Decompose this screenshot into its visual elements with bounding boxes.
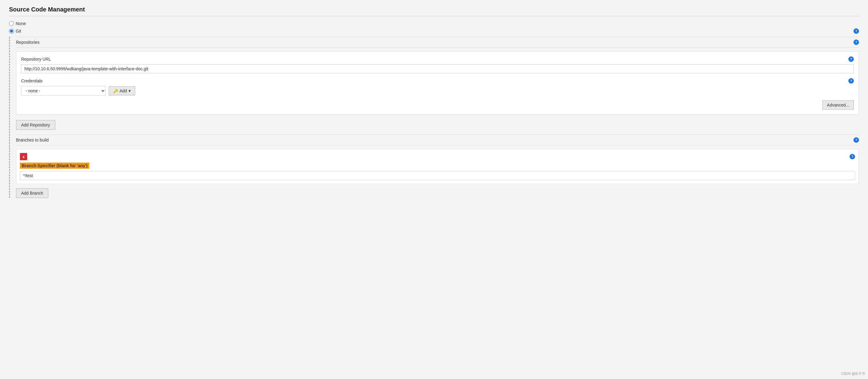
none-label: None bbox=[16, 21, 26, 26]
key-icon: 🔑 bbox=[113, 89, 118, 93]
credentials-label: Credentials bbox=[21, 78, 42, 83]
add-repository-button[interactable]: Add Repository bbox=[16, 120, 55, 130]
repository-url-input[interactable] bbox=[21, 64, 854, 73]
branch-specifier-label: Branch Specifier (blank for 'any') bbox=[20, 163, 89, 169]
branches-help-icon[interactable]: ? bbox=[854, 137, 859, 143]
git-help-icon[interactable]: ? bbox=[854, 28, 859, 34]
repositories-label: Repositories bbox=[16, 40, 39, 45]
repository-url-help-icon[interactable]: ? bbox=[848, 56, 854, 62]
credentials-label-row: Credentials ? bbox=[21, 78, 854, 84]
repositories-help-icon[interactable]: ? bbox=[854, 39, 859, 45]
none-radio-label[interactable]: None bbox=[9, 21, 859, 26]
branch-item-help-icon[interactable]: ? bbox=[849, 154, 855, 159]
branch-delete-button[interactable]: x bbox=[20, 153, 27, 160]
branch-specifier-input[interactable] bbox=[20, 171, 855, 180]
credentials-help-icon[interactable]: ? bbox=[848, 78, 854, 84]
branches-header: Branches to build ? bbox=[16, 137, 859, 146]
branch-label-row: Branch Specifier (blank for 'any') bbox=[20, 163, 855, 169]
repositories-section-header: Repositories ? bbox=[16, 37, 859, 48]
git-radio-label[interactable]: Git ? bbox=[9, 28, 859, 34]
advanced-row: Advanced... bbox=[21, 100, 854, 109]
page-title: Source Code Management bbox=[9, 6, 859, 16]
repository-url-group: Repository URL ? bbox=[21, 56, 854, 73]
credentials-select[interactable]: - none - bbox=[21, 86, 105, 96]
credentials-add-button[interactable]: 🔑 Add ▾ bbox=[108, 86, 135, 95]
git-radio[interactable] bbox=[9, 29, 14, 33]
branches-label: Branches to build bbox=[16, 137, 49, 143]
branches-section: Branches to build ? x ? Branch Specifier… bbox=[16, 134, 859, 198]
repository-url-label-row: Repository URL ? bbox=[21, 56, 854, 62]
add-branch-button[interactable]: Add Branch bbox=[16, 188, 48, 198]
branch-item: x ? Branch Specifier (blank for 'any') bbox=[16, 149, 859, 184]
credentials-chevron-icon: ▾ bbox=[129, 88, 131, 93]
advanced-button[interactable]: Advanced... bbox=[823, 100, 854, 109]
repository-card: Repository URL ? Credentials ? - none - … bbox=[16, 51, 859, 115]
credentials-add-label: Add bbox=[120, 88, 127, 93]
git-label: Git bbox=[16, 29, 21, 33]
credentials-group: Credentials ? - none - 🔑 Add ▾ bbox=[21, 78, 854, 96]
repository-url-label: Repository URL bbox=[21, 57, 51, 62]
scm-radio-group: None Git ? bbox=[9, 21, 859, 34]
none-radio[interactable] bbox=[9, 21, 14, 26]
branch-controls: x ? bbox=[20, 153, 855, 160]
git-section: Repositories ? Repository URL ? Credenti… bbox=[9, 37, 859, 198]
credentials-row: - none - 🔑 Add ▾ bbox=[21, 86, 854, 96]
